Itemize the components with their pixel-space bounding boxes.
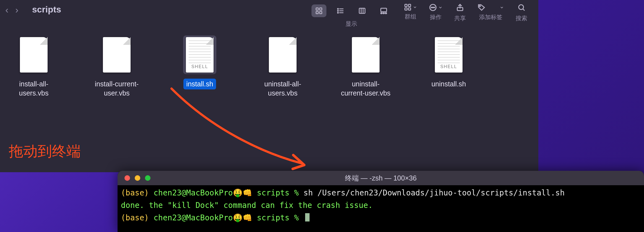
- shell-badge: SHELL: [435, 64, 463, 70]
- file-icon: [17, 35, 50, 74]
- terminal-window: 终端 — -zsh — 100×36 (base) chen23@MacBook…: [118, 171, 644, 232]
- svg-rect-16: [385, 13, 387, 14]
- file-name: uninstall.sh: [431, 79, 466, 89]
- svg-rect-17: [405, 4, 407, 7]
- folder-title: scripts: [32, 4, 61, 15]
- chevron-down-icon: [438, 5, 443, 10]
- shell-badge: SHELL: [186, 64, 214, 70]
- file-name: uninstall-all-users.vbs: [258, 79, 308, 97]
- file-item[interactable]: SHELLuninstall.sh: [421, 35, 476, 89]
- view-icons-button[interactable]: [311, 4, 326, 17]
- terminal-line: done. the "kill Dock" command can fix th…: [121, 199, 641, 212]
- tag-icon: [477, 3, 486, 12]
- action-group: 操作: [429, 3, 443, 21]
- terminal-body[interactable]: (base) chen23@MacBookPro🤑👊 scripts % sh …: [118, 185, 644, 226]
- close-window-button[interactable]: [124, 175, 130, 181]
- svg-point-24: [434, 7, 435, 8]
- svg-rect-14: [381, 13, 382, 14]
- svg-point-22: [431, 7, 432, 8]
- svg-rect-13: [381, 8, 387, 12]
- file-name: install.sh: [186, 79, 213, 89]
- finder-toolbar: ‹ › scripts 返回/前进 显示: [0, 0, 538, 28]
- file-icon: [349, 35, 382, 74]
- file-name: install-all-users.vbs: [9, 79, 59, 97]
- file-item[interactable]: install-all-users.vbs: [6, 35, 61, 98]
- minimize-window-button[interactable]: [135, 175, 140, 181]
- svg-rect-18: [408, 4, 411, 7]
- action-button[interactable]: [429, 3, 443, 12]
- svg-rect-20: [408, 8, 411, 10]
- svg-point-7: [337, 8, 338, 9]
- svg-line-28: [523, 9, 524, 11]
- group-label: 群组: [405, 13, 416, 20]
- terminal-text: (base): [121, 188, 154, 197]
- file-name: uninstall-current-user.vbs: [341, 79, 391, 97]
- share-button[interactable]: [456, 3, 464, 13]
- grid-icon: [315, 7, 323, 15]
- chevron-down-icon: [500, 5, 504, 10]
- zoom-window-button[interactable]: [145, 175, 150, 181]
- svg-rect-15: [383, 13, 385, 14]
- terminal-text: chen23@MacBookPro🤑👊 scripts %: [154, 188, 303, 197]
- tags-label: 添加标签: [479, 13, 502, 21]
- file-icon: [266, 35, 299, 74]
- annotation-text: 拖动到终端: [9, 142, 81, 161]
- file-item[interactable]: uninstall-current-user.vbs: [338, 35, 393, 98]
- svg-rect-3: [320, 11, 322, 14]
- search-group: 搜索: [516, 3, 527, 22]
- terminal-text: sh /Users/chen23/Downloads/jihuo-tool/sc…: [303, 188, 565, 197]
- search-button[interactable]: [517, 3, 526, 13]
- ellipsis-circle-icon: [429, 3, 437, 12]
- share-label: 共享: [454, 14, 466, 22]
- forward-button[interactable]: ›: [13, 4, 21, 15]
- svg-rect-1: [320, 8, 322, 10]
- view-label: 显示: [346, 20, 357, 28]
- group-by-group: 群组: [404, 3, 417, 20]
- view-mode-group: 显示: [310, 3, 392, 28]
- svg-point-8: [337, 10, 338, 11]
- tags-group: 添加标签: [477, 3, 504, 21]
- file-item[interactable]: SHELLinstall.sh: [172, 35, 227, 89]
- window-traffic-lights: [124, 175, 150, 181]
- svg-rect-0: [316, 8, 318, 10]
- terminal-line: (base) chen23@MacBookPro🤑👊 scripts %: [121, 212, 641, 224]
- search-icon: [517, 3, 526, 12]
- terminal-title: 终端 — -zsh — 100×36: [118, 174, 644, 183]
- view-list-button[interactable]: [333, 4, 348, 17]
- tags-button[interactable]: [477, 3, 504, 12]
- columns-icon: [358, 7, 366, 15]
- terminal-line: (base) chen23@MacBookPro🤑👊 scripts % sh …: [121, 187, 641, 199]
- terminal-text: done. the "kill Dock" command can fix th…: [121, 201, 373, 210]
- svg-point-26: [479, 6, 481, 7]
- svg-rect-10: [359, 8, 365, 14]
- share-group: 共享: [454, 3, 466, 22]
- file-icon: SHELL: [432, 35, 465, 74]
- terminal-titlebar[interactable]: 终端 — -zsh — 100×36: [118, 171, 644, 185]
- back-button[interactable]: ‹: [3, 4, 11, 15]
- file-icon: [100, 35, 133, 74]
- svg-rect-19: [405, 8, 407, 10]
- svg-point-9: [337, 12, 338, 13]
- svg-point-23: [433, 7, 433, 8]
- search-label: 搜索: [516, 14, 527, 22]
- files-grid: install-all-users.vbsinstall-current-use…: [0, 28, 538, 105]
- terminal-text: chen23@MacBookPro🤑👊 scripts %: [154, 213, 303, 222]
- gallery-icon: [380, 7, 388, 15]
- view-gallery-button[interactable]: [376, 4, 391, 17]
- list-icon: [337, 7, 344, 15]
- action-label: 操作: [430, 13, 442, 21]
- chevron-down-icon: [413, 5, 417, 9]
- groupby-icon: [404, 3, 412, 11]
- view-columns-button[interactable]: [355, 4, 370, 17]
- svg-point-27: [519, 5, 524, 10]
- group-by-button[interactable]: [404, 3, 417, 11]
- file-name: install-current-user.vbs: [92, 79, 142, 97]
- share-icon: [456, 3, 464, 12]
- terminal-cursor: [305, 213, 310, 221]
- terminal-text: (base): [121, 213, 154, 222]
- file-icon: SHELL: [183, 35, 216, 74]
- file-item[interactable]: install-current-user.vbs: [89, 35, 144, 98]
- file-item[interactable]: uninstall-all-users.vbs: [255, 35, 310, 98]
- svg-rect-2: [316, 11, 318, 14]
